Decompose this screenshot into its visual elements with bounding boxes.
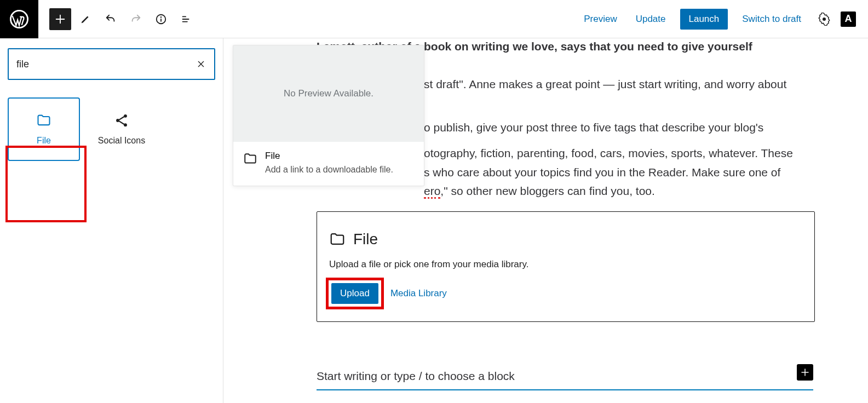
misspelling: ero: [424, 185, 440, 199]
editor-toolbar: Preview Update Launch Switch to draft A: [38, 0, 868, 38]
folder-icon: [329, 231, 346, 247]
folder-icon: [36, 113, 51, 128]
redo-button[interactable]: [125, 8, 147, 30]
list-icon: [180, 13, 192, 25]
outline-button[interactable]: [175, 8, 197, 30]
undo-button[interactable]: [100, 8, 122, 30]
block-item-label: Social Icons: [98, 136, 145, 146]
media-library-button[interactable]: Media Library: [390, 288, 447, 299]
file-block[interactable]: File Upload a file or pick one from your…: [317, 211, 815, 322]
wp-logo-button[interactable]: [0, 0, 38, 38]
settings-button[interactable]: [815, 10, 833, 28]
block-item-file[interactable]: File: [8, 97, 80, 161]
file-block-hint: Upload a file or pick one from your medi…: [329, 259, 802, 270]
gear-icon: [818, 13, 831, 26]
undo-icon: [105, 13, 117, 25]
jetpack-button[interactable]: A: [840, 10, 857, 28]
block-inserter-panel: File Social Icons: [0, 38, 223, 403]
block-preview-title: File: [265, 151, 393, 162]
add-block-button[interactable]: [49, 8, 71, 30]
preview-button[interactable]: Preview: [576, 9, 624, 29]
wordpress-icon: [10, 10, 28, 28]
file-block-header: File: [329, 231, 802, 248]
plus-icon: [54, 13, 66, 25]
block-preview-thumbnail: No Preview Available.: [233, 45, 424, 142]
block-search-input[interactable]: [15, 58, 194, 71]
update-button[interactable]: Update: [628, 9, 674, 29]
block-results: File Social Icons: [8, 97, 215, 161]
svg-rect-3: [160, 19, 162, 22]
svg-point-2: [160, 16, 162, 18]
block-preview-popover: No Preview Available. File Add a link to…: [233, 45, 424, 186]
close-icon: [197, 60, 205, 68]
add-block-inline-button[interactable]: [797, 364, 813, 381]
plus-icon: [800, 367, 810, 377]
folder-icon: [243, 152, 257, 166]
launch-button[interactable]: Launch: [680, 9, 728, 30]
text: ," so other new bloggers can find you, t…: [440, 185, 655, 197]
new-block-placeholder[interactable]: Start writing or type / to choose a bloc…: [317, 367, 813, 390]
pencil-icon: [79, 13, 91, 25]
redo-icon: [130, 13, 142, 25]
block-search: [8, 48, 215, 80]
switch-to-draft-button[interactable]: Switch to draft: [734, 9, 809, 29]
block-item-social-icons[interactable]: Social Icons: [85, 97, 158, 161]
annotation-highlight: [326, 278, 384, 309]
file-block-title: File: [353, 231, 378, 248]
jetpack-icon: A: [841, 11, 856, 27]
info-button[interactable]: [150, 8, 172, 30]
clear-search-button[interactable]: [194, 60, 208, 68]
block-preview-description: Add a link to a downloadable file.: [265, 165, 393, 175]
share-icon: [114, 113, 129, 128]
info-icon: [155, 13, 167, 25]
edit-mode-button[interactable]: [74, 8, 96, 30]
block-item-label: File: [37, 136, 51, 146]
svg-point-4: [823, 18, 826, 21]
